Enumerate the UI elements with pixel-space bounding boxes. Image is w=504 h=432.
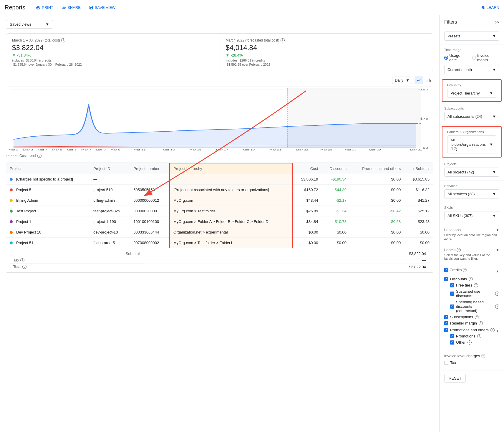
invoice-tax-checkbox[interactable]: [444, 361, 448, 365]
cell-discounts: -$10.78: [321, 216, 350, 227]
cell-project-hierarchy: Organization.net > experimental: [170, 227, 293, 238]
other-checkbox[interactable]: [450, 340, 454, 345]
other-help-icon[interactable]: ?: [467, 340, 472, 345]
services-label: Services: [444, 184, 499, 188]
cell-subtotal: $41.27: [404, 195, 433, 206]
spending-based-checkbox[interactable]: [450, 304, 454, 309]
promotions-item[interactable]: Promotions ?: [450, 334, 499, 338]
promotions-others-chevron[interactable]: ▲: [496, 329, 499, 333]
presets-chevron: ▼: [492, 34, 496, 38]
spending-based-item[interactable]: Spending based discounts (contractual) ?: [450, 300, 499, 313]
discounts-item[interactable]: Discounts ?: [444, 277, 499, 281]
subscriptions-checkbox[interactable]: [444, 315, 448, 319]
cell-project-id: —: [90, 174, 130, 185]
labels-help-icon[interactable]: ?: [457, 248, 461, 252]
sustained-use-item[interactable]: Sustained use discounts ?: [450, 289, 499, 298]
radio-invoice-month[interactable]: Invoice month: [472, 53, 499, 62]
cell-promotions: $0.00: [350, 227, 404, 238]
cell-project-id: dev-project-10: [90, 227, 130, 238]
cell-cost: $0.00: [293, 238, 322, 248]
current-month-select[interactable]: Current month ▼: [444, 65, 499, 74]
promotions-help-icon[interactable]: ?: [477, 334, 481, 338]
saved-views-select[interactable]: Saved views ▼: [6, 20, 53, 29]
credits-chevron-icon[interactable]: ▲: [496, 269, 499, 273]
cell-cost: $0.00: [293, 227, 322, 238]
credits-checkbox[interactable]: [444, 268, 448, 272]
promotions-others-item[interactable]: Promotions and others ?: [444, 328, 495, 332]
sustained-use-checkbox[interactable]: [450, 292, 454, 296]
cell-cost: $26.89: [293, 206, 322, 216]
subscriptions-help-icon[interactable]: ?: [475, 315, 479, 319]
summary-card-current: March 1 – 30, 2022 (total cost) ? $3,822…: [6, 34, 220, 71]
invoice-section: Invoice level charges ? Tax: [440, 350, 504, 370]
tax-help-icon[interactable]: ?: [20, 258, 24, 262]
promotions-others-checkbox[interactable]: [444, 328, 448, 332]
reseller-margin-help-icon[interactable]: ?: [479, 321, 483, 325]
share-button[interactable]: SHARE: [59, 4, 83, 11]
locations-header[interactable]: Locations ▼: [444, 228, 499, 232]
cell-subtotal: $0.00: [404, 227, 433, 238]
reset-button[interactable]: RESET: [444, 374, 466, 383]
radio-usage-date[interactable]: Usage date: [444, 53, 467, 62]
free-tiers-checkbox[interactable]: [450, 283, 454, 287]
cell-project: Billing Admin: [6, 195, 90, 206]
invoice-tax-item[interactable]: Tax: [444, 360, 499, 365]
spending-based-help-icon[interactable]: ?: [495, 304, 499, 309]
total-help-icon[interactable]: ?: [22, 265, 26, 269]
chart-wrapper: $150 $75 $0: [6, 87, 433, 151]
labels-header[interactable]: Labels ? ▼: [444, 248, 499, 252]
spending-based-label: Spending based discounts (contractual): [456, 300, 493, 313]
subaccounts-select[interactable]: All subaccounts (24) ▼: [444, 112, 499, 121]
cost-trend-help-icon[interactable]: ?: [37, 154, 42, 158]
invoice-help-icon[interactable]: ?: [481, 354, 485, 358]
svg-text:Mar 9: Mar 9: [110, 148, 120, 151]
sort-icon: ↓: [412, 166, 415, 171]
print-button[interactable]: PRINT: [34, 4, 56, 11]
free-tiers-item[interactable]: Free tiers ?: [450, 283, 499, 287]
promotions-others-help-icon[interactable]: ?: [490, 328, 495, 332]
group-by-select[interactable]: Project Hierarchy ▼: [447, 89, 496, 98]
promotions-label: Promotions: [456, 334, 475, 338]
chart-bar-button[interactable]: [425, 76, 433, 84]
cell-project-number: 007008009002: [130, 238, 170, 248]
chart-period-select[interactable]: Daily ▼: [392, 77, 412, 84]
subaccounts-label: Subaccounts: [444, 107, 499, 110]
cost-trend-label: Cost trend: [19, 154, 36, 158]
group-by-label: Group by: [447, 83, 496, 87]
skus-select[interactable]: All SKUs (307) ▼: [444, 211, 499, 220]
skus-section: SKUs All SKUs (307) ▼: [440, 202, 504, 224]
folders-label: Folders & Organizations: [447, 130, 496, 134]
chart-line-button[interactable]: [415, 76, 423, 84]
reseller-margin-item[interactable]: Reseller margin ?: [444, 321, 499, 325]
learn-button[interactable]: LEARN: [481, 5, 499, 10]
summary-help-icon-1[interactable]: ?: [61, 38, 65, 42]
projects-select[interactable]: All projects (42) ▼: [444, 168, 499, 177]
free-tiers-help-icon[interactable]: ?: [474, 283, 478, 287]
saved-views-label: Saved views: [10, 22, 31, 27]
subscriptions-label: Subscriptions: [450, 315, 473, 319]
summary-help-icon-2[interactable]: ?: [281, 38, 285, 42]
cell-project: Dev Project 10: [6, 227, 90, 238]
services-select[interactable]: All services (38) ▼: [444, 189, 499, 198]
other-item[interactable]: Other ?: [450, 340, 499, 345]
cell-discounts: $0.00: [321, 227, 350, 238]
folders-select[interactable]: All folders/organizations (17) ▼: [447, 135, 496, 153]
filters-collapse-button[interactable]: ≫: [495, 20, 499, 24]
services-chevron: ▼: [492, 192, 496, 196]
cell-project-hierarchy: MyOrg.com > Folder A > Folder B > Folder…: [170, 216, 293, 227]
locations-title: Locations: [444, 228, 461, 232]
discounts-help-icon[interactable]: ?: [469, 277, 473, 281]
credits-help-icon[interactable]: ?: [463, 268, 467, 272]
tax-label: Tax ?: [10, 257, 143, 264]
sustained-use-help-icon[interactable]: ?: [495, 292, 499, 296]
save-view-button[interactable]: SAVE VIEW: [87, 4, 118, 11]
project-dot: [10, 199, 13, 202]
subscriptions-item[interactable]: Subscriptions ?: [444, 315, 499, 319]
svg-text:Mar 15: Mar 15: [189, 148, 201, 151]
cell-project: Project 1: [6, 216, 90, 227]
discounts-checkbox[interactable]: [444, 277, 448, 281]
presets-select[interactable]: Presets ▼: [444, 32, 499, 41]
current-month-label: Current month: [447, 67, 472, 72]
promotions-checkbox[interactable]: [450, 334, 454, 338]
reseller-margin-checkbox[interactable]: [444, 321, 448, 325]
